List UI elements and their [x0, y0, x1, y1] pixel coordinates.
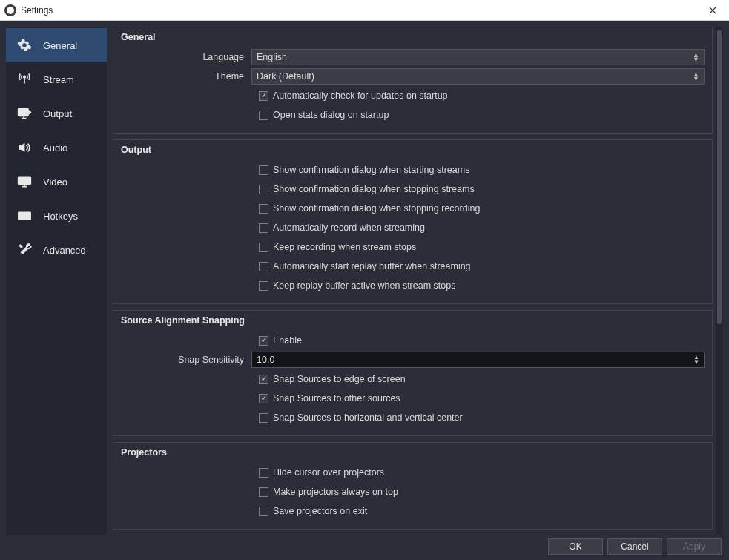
checkbox-icon	[259, 262, 268, 271]
sidebar-item-hotkeys[interactable]: Hotkeys	[6, 199, 107, 233]
sidebar-item-stream[interactable]: Stream	[6, 62, 107, 96]
theme-select[interactable]: Dark (Default) ▲▼	[251, 68, 705, 85]
checkbox-label: Automatically record when streaming	[273, 223, 425, 233]
open-stats-checkbox[interactable]: Open stats dialog on startup	[259, 110, 389, 120]
checkbox-label: Snap Sources to other sources	[273, 393, 400, 403]
dialog-footer: OK Cancel Apply	[0, 535, 729, 560]
ok-button[interactable]: OK	[548, 538, 603, 555]
checkbox-icon	[259, 223, 268, 233]
checkbox-icon	[259, 507, 268, 516]
updown-icon: ▲▼	[693, 53, 699, 62]
close-icon	[709, 7, 716, 14]
speaker-icon	[15, 140, 34, 155]
sidebar-item-general[interactable]: General	[6, 28, 107, 62]
sidebar: General Stream Output Audio	[6, 27, 107, 535]
checkbox-label: Automatically check for updates on start…	[273, 90, 448, 101]
checkbox-label: Hide cursor over projectors	[273, 467, 384, 478]
sidebar-item-audio[interactable]: Audio	[6, 131, 107, 165]
group-general: General Language English ▲▼ Theme Dar	[113, 27, 713, 134]
checkbox-label: Keep recording when stream stops	[273, 242, 416, 252]
checkbox-icon	[259, 165, 268, 175]
settings-content: General Language English ▲▼ Theme Dar	[113, 27, 716, 535]
checkbox-icon	[259, 394, 268, 403]
group-title: General	[121, 32, 705, 42]
output-opt-1[interactable]: Show confirmation dialog when stopping s…	[259, 184, 475, 194]
sidebar-item-label: Hotkeys	[43, 211, 78, 222]
checkbox-icon	[259, 281, 268, 291]
checkbox-icon	[259, 185, 268, 194]
apply-button[interactable]: Apply	[667, 538, 722, 555]
scrollbar-thumb[interactable]	[717, 30, 722, 324]
checkbox-label: Snap Sources to horizontal and vertical …	[273, 412, 463, 423]
theme-label: Theme	[121, 71, 251, 82]
scrollbar[interactable]	[716, 27, 723, 535]
snap-sensitivity-label: Snap Sensitivity	[121, 355, 251, 365]
checkbox-label: Save projectors on exit	[273, 506, 367, 516]
snap-sensitivity-input[interactable]: 10.0 ▲▼	[251, 352, 705, 368]
checkbox-icon	[259, 413, 268, 423]
checkbox-label: Show confirmation dialog when starting s…	[273, 165, 469, 175]
checkbox-icon	[259, 375, 268, 384]
group-title: Output	[121, 145, 705, 155]
spin-buttons-icon[interactable]: ▲▼	[693, 355, 699, 365]
checkbox-label: Open stats dialog on startup	[273, 110, 389, 120]
group-title: Projectors	[121, 447, 705, 458]
language-value: English	[257, 52, 287, 62]
group-snapping: Source Alignment Snapping Enable Snap Se…	[113, 310, 713, 436]
checkbox-label: Snap Sources to edge of screen	[273, 374, 406, 384]
cancel-button[interactable]: Cancel	[607, 538, 662, 555]
sidebar-item-label: Audio	[43, 142, 67, 154]
svg-rect-2	[19, 177, 31, 184]
title-bar: Settings	[0, 0, 729, 21]
sidebar-item-label: Video	[43, 177, 67, 188]
tools-icon	[15, 243, 34, 257]
checkbox-label: Show confirmation dialog when stopping r…	[273, 203, 480, 214]
group-title: Source Alignment Snapping	[121, 315, 705, 326]
close-button[interactable]	[701, 3, 725, 18]
snapping-opt-0[interactable]: Snap Sources to edge of screen	[259, 374, 406, 384]
app-icon	[4, 4, 16, 16]
checkbox-icon	[259, 468, 268, 478]
output-icon	[15, 106, 34, 121]
checkbox-icon	[259, 111, 268, 120]
checkbox-label: Show confirmation dialog when stopping s…	[273, 184, 475, 194]
language-select[interactable]: English ▲▼	[251, 49, 705, 65]
output-opt-3[interactable]: Automatically record when streaming	[259, 223, 425, 233]
checkbox-icon	[259, 487, 268, 497]
checkbox-label: Automatically start replay buffer when s…	[273, 261, 471, 271]
sidebar-item-video[interactable]: Video	[6, 165, 107, 199]
checkbox-label: Make projectors always on top	[273, 487, 398, 497]
updown-icon: ▲▼	[693, 72, 699, 81]
checkbox-icon	[259, 336, 268, 346]
settings-window: Settings General Stream	[0, 0, 729, 560]
sidebar-item-label: Stream	[43, 74, 74, 85]
monitor-icon	[15, 174, 34, 189]
snapping-opt-2[interactable]: Snap Sources to horizontal and vertical …	[259, 412, 463, 423]
checkbox-label: Enable	[273, 335, 302, 346]
output-opt-0[interactable]: Show confirmation dialog when starting s…	[259, 165, 469, 175]
projectors-opt-0[interactable]: Hide cursor over projectors	[259, 467, 384, 478]
output-opt-5[interactable]: Automatically start replay buffer when s…	[259, 261, 471, 271]
snapping-enable-checkbox[interactable]: Enable	[259, 335, 302, 346]
sidebar-item-advanced[interactable]: Advanced	[6, 233, 107, 267]
projectors-opt-2[interactable]: Save projectors on exit	[259, 506, 367, 516]
checkbox-icon	[259, 91, 268, 101]
output-opt-6[interactable]: Keep replay buffer active when stream st…	[259, 280, 455, 291]
sidebar-item-label: Output	[43, 108, 72, 119]
group-output: Output Show confirmation dialog when sta…	[113, 139, 713, 304]
snapping-opt-1[interactable]: Snap Sources to other sources	[259, 393, 400, 403]
checkbox-icon	[259, 204, 268, 214]
projectors-opt-1[interactable]: Make projectors always on top	[259, 487, 398, 497]
output-opt-4[interactable]: Keep recording when stream stops	[259, 242, 416, 252]
language-label: Language	[121, 52, 251, 62]
sidebar-item-label: General	[43, 40, 77, 51]
group-projectors: Projectors Hide cursor over projectors M…	[113, 442, 713, 530]
keyboard-icon	[15, 208, 34, 223]
sidebar-item-output[interactable]: Output	[6, 96, 107, 131]
auto-update-checkbox[interactable]: Automatically check for updates on start…	[259, 90, 448, 101]
checkbox-label: Keep replay buffer active when stream st…	[273, 280, 455, 291]
output-opt-2[interactable]: Show confirmation dialog when stopping r…	[259, 203, 480, 214]
window-title: Settings	[21, 5, 53, 16]
antenna-icon	[15, 72, 34, 87]
theme-value: Dark (Default)	[257, 71, 314, 82]
